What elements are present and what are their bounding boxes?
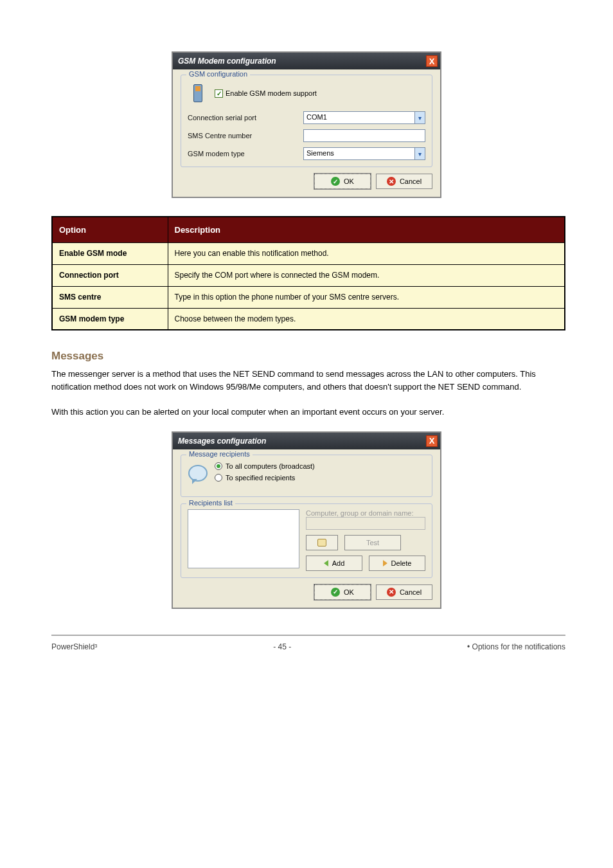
table-row: SMS centreType in this option the phone … <box>52 286 565 308</box>
add-label: Add <box>332 559 345 567</box>
radio-selected-icon <box>215 462 222 470</box>
modem-type-label: GSM modem type <box>188 150 303 158</box>
sms-centre-input[interactable] <box>303 129 425 142</box>
msg-recipients-legend: Message recipients <box>186 450 253 458</box>
radio-all-label: To all computers (broadcast) <box>226 462 315 470</box>
sms-centre-label: SMS Centre number <box>188 132 303 140</box>
conn-port-label: Connection serial port <box>188 114 303 122</box>
conn-port-combo[interactable]: COM1 ▾ <box>303 111 425 124</box>
recipients-list-legend: Recipients list <box>186 499 235 507</box>
enable-gsm-label: Enable GSM modem support <box>226 89 317 97</box>
phone-icon <box>188 80 208 106</box>
arrow-right-icon <box>383 560 387 566</box>
messages-para1: The messenger server is a method that us… <box>51 368 565 393</box>
gsm-dialog: GSM Modem configuration X GSM configurat… <box>172 51 441 198</box>
modem-type-combo[interactable]: Siemens ▾ <box>303 147 425 160</box>
check-icon: ✓ <box>215 89 223 98</box>
cancel-button[interactable]: ✕ Cancel <box>376 584 432 600</box>
ok-icon: ✓ <box>331 588 340 597</box>
table-row: GSM modem typeChoose between the modem t… <box>52 308 565 330</box>
delete-button[interactable]: Delete <box>369 556 425 571</box>
test-label: Test <box>366 539 379 547</box>
name-input <box>306 517 425 530</box>
th-option: Option <box>52 217 168 242</box>
ok-label: OK <box>344 588 354 596</box>
th-description: Description <box>168 217 565 242</box>
footer-left: PowerShield³ <box>51 642 97 651</box>
gsm-title: GSM Modem configuration <box>178 57 426 66</box>
cancel-button[interactable]: ✕ Cancel <box>376 174 432 189</box>
footer-right: • Options for the notifications <box>467 642 565 651</box>
cancel-icon: ✕ <box>387 177 396 186</box>
option-key: Connection port <box>52 264 168 286</box>
option-desc: Specify the COM port where is connected … <box>168 264 565 286</box>
option-desc: Here you can enable this notification me… <box>168 242 565 264</box>
messages-para2: With this action you can be alerted on y… <box>51 406 565 419</box>
option-key: SMS centre <box>52 286 168 308</box>
messages-dialog: Messages configuration X Message recipie… <box>172 431 441 609</box>
gsm-config-fieldset: GSM configuration ✓ Enable GSM modem sup… <box>181 75 432 167</box>
footer: PowerShield³ - 45 - • Options for the no… <box>51 642 565 651</box>
msg-recipients-fieldset: Message recipients To all computers (bro… <box>181 455 432 497</box>
footer-page-number: - 45 - <box>97 642 467 651</box>
speech-bubble-icon <box>188 460 208 486</box>
options-table: Option Description Enable GSM modeHere y… <box>51 216 565 330</box>
close-icon[interactable]: X <box>426 55 438 67</box>
chevron-down-icon: ▾ <box>414 112 425 123</box>
cancel-label: Cancel <box>400 588 422 596</box>
name-label: Computer, group or domain name: <box>306 509 425 517</box>
recipients-listbox[interactable] <box>188 509 299 568</box>
computer-icon <box>317 539 326 547</box>
enable-gsm-checkbox[interactable]: ✓ Enable GSM modem support <box>215 89 317 98</box>
recipients-list-fieldset: Recipients list Computer, group or domai… <box>181 503 432 578</box>
pc-icon-button[interactable] <box>306 535 338 550</box>
option-desc: Type in this option the phone number of … <box>168 286 565 308</box>
radio-specified-label: To specified recipients <box>226 474 295 482</box>
cancel-label: Cancel <box>400 177 422 185</box>
option-key: GSM modem type <box>52 308 168 330</box>
chevron-down-icon: ▾ <box>414 148 425 159</box>
close-icon[interactable]: X <box>426 435 438 447</box>
radio-all-computers[interactable]: To all computers (broadcast) <box>215 462 315 470</box>
ok-label: OK <box>344 177 354 185</box>
radio-specified[interactable]: To specified recipients <box>215 474 315 482</box>
msg-title: Messages configuration <box>178 437 426 446</box>
msg-titlebar: Messages configuration X <box>173 433 440 449</box>
ok-button[interactable]: ✓ OK <box>314 174 371 189</box>
option-desc: Choose between the modem types. <box>168 308 565 330</box>
table-row: Connection portSpecify the COM port wher… <box>52 264 565 286</box>
gsm-titlebar: GSM Modem configuration X <box>173 53 440 69</box>
radio-unselected-icon <box>215 474 222 482</box>
ok-button[interactable]: ✓ OK <box>314 584 371 600</box>
test-button: Test <box>344 535 401 550</box>
modem-type-value: Siemens <box>304 148 414 159</box>
option-key: Enable GSM mode <box>52 242 168 264</box>
cancel-icon: ✕ <box>387 588 396 597</box>
ok-icon: ✓ <box>331 177 340 186</box>
gsm-config-legend: GSM configuration <box>186 70 250 78</box>
messages-heading: Messages <box>51 350 565 363</box>
delete-label: Delete <box>391 559 412 567</box>
add-button[interactable]: Add <box>306 556 362 571</box>
conn-port-value: COM1 <box>304 112 414 123</box>
arrow-left-icon <box>324 560 328 566</box>
table-row: Enable GSM modeHere you can enable this … <box>52 242 565 264</box>
footer-divider <box>51 635 565 636</box>
